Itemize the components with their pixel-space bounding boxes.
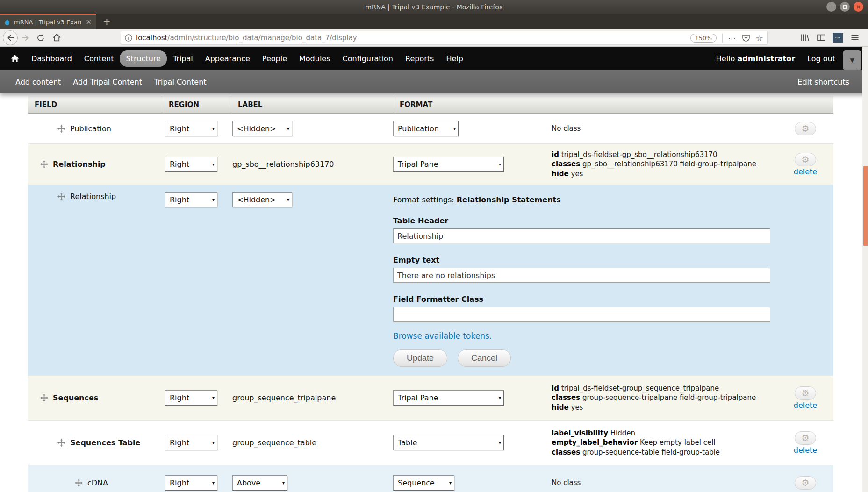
bookmark-star-icon[interactable]: ☆	[756, 33, 763, 43]
chevron-down-icon: ▾	[280, 480, 285, 485]
formatter-class-input[interactable]	[393, 307, 770, 322]
url-host: localhost	[136, 34, 167, 42]
region-select[interactable]: Right▾	[165, 435, 217, 450]
minimize-button[interactable]: –	[826, 2, 836, 12]
empty-text-label: Empty text	[393, 256, 770, 264]
close-window-button[interactable]: ×	[854, 2, 863, 12]
shortcut-tripal-content[interactable]: Tripal Content	[154, 78, 207, 86]
logout-link[interactable]: Log out	[807, 54, 835, 63]
region-select[interactable]: Right▾	[165, 157, 217, 172]
format-settings-button[interactable]: ⚙	[795, 476, 816, 490]
forward-button[interactable]	[22, 34, 30, 42]
format-settings-button[interactable]: ⚙	[795, 153, 816, 166]
column-header-format: FORMAT	[393, 96, 833, 113]
admin-user-area: Hello administrator Log out	[716, 54, 835, 63]
admin-menu-content[interactable]: Content	[78, 50, 120, 67]
formatter-class-label: Field Formatter Class	[393, 295, 770, 304]
shortcut-add-tripal-content[interactable]: Add Tripal Content	[73, 78, 142, 86]
admin-menu-help[interactable]: Help	[440, 50, 469, 67]
machine-name-label: group_sequence_table	[232, 438, 316, 447]
scrollbar-thumb[interactable]	[863, 166, 868, 246]
delete-link[interactable]: delete	[794, 167, 817, 176]
drag-handle-icon[interactable]	[57, 125, 65, 133]
format-summary: No class	[552, 124, 782, 133]
column-header-region: REGION	[162, 96, 231, 113]
admin-home-button[interactable]	[10, 54, 20, 63]
admin-menu-people[interactable]: People	[256, 50, 293, 67]
drag-handle-icon[interactable]	[75, 479, 83, 487]
chevron-down-icon: ▾	[496, 440, 501, 445]
username: administrator	[737, 54, 795, 63]
format-summary: label_visibility Hidden empty_label_beha…	[552, 428, 782, 457]
label-select[interactable]: <Hidden>▾	[232, 192, 292, 207]
home-button[interactable]	[52, 33, 61, 42]
drag-handle-icon[interactable]	[57, 439, 65, 447]
label-select[interactable]: <Hidden>▾	[232, 121, 292, 136]
window-titlebar: mRNA | Tripal v3 Example - Mozilla Firef…	[0, 0, 868, 14]
pocket-icon[interactable]	[742, 34, 750, 42]
delete-link[interactable]: delete	[794, 401, 817, 410]
chevron-down-icon: ▾	[496, 162, 501, 167]
chevron-down-icon: ▾	[496, 395, 501, 400]
hamburger-menu-icon[interactable]	[850, 33, 860, 42]
reload-button[interactable]	[36, 34, 45, 42]
drag-handle-icon[interactable]	[57, 193, 65, 200]
zoom-level-badge[interactable]: 150%	[690, 34, 717, 43]
sidebars-icon[interactable]	[817, 33, 826, 42]
empty-text-input[interactable]	[393, 268, 770, 283]
toolbar-orientation-toggle[interactable]: ▼	[843, 50, 861, 70]
format-summary: No class	[552, 478, 782, 487]
format-select[interactable]: Tripal Pane▾	[393, 157, 504, 172]
format-settings-button[interactable]: ⚙	[795, 386, 816, 400]
url-bar[interactable]: localhost/admin/structure/bio_data/manag…	[121, 31, 768, 45]
format-settings-button[interactable]: ⚙	[795, 122, 816, 135]
format-summary: id tripal_ds-fieldset-group_sequence_tri…	[552, 384, 782, 412]
field-display-table: FIELD REGION LABEL FORMAT Publication Ri…	[28, 96, 833, 492]
admin-home-icon	[10, 54, 20, 63]
update-button[interactable]: Update	[393, 349, 447, 367]
admin-greeting: Hello administrator	[716, 54, 795, 63]
drag-handle-icon[interactable]	[40, 160, 48, 168]
page-actions-icon[interactable]: ⋯	[728, 34, 736, 43]
format-select[interactable]: Sequence▾	[393, 475, 454, 491]
admin-menu-appearance[interactable]: Appearance	[199, 50, 256, 67]
page-scrollbar[interactable]	[862, 47, 868, 492]
label-select[interactable]: Above▾	[232, 475, 287, 491]
format-settings-button[interactable]: ⚙	[795, 431, 816, 445]
format-select[interactable]: Tripal Pane▾	[393, 390, 504, 406]
field-name: Sequences	[53, 393, 98, 402]
gear-icon: ⚙	[801, 389, 809, 398]
admin-menu-modules[interactable]: Modules	[293, 50, 337, 67]
table-header-input[interactable]	[393, 228, 770, 243]
back-button[interactable]	[3, 30, 18, 45]
toolbar-right-icons: ⋯	[800, 33, 860, 43]
delete-link[interactable]: delete	[794, 446, 817, 455]
format-summary: id tripal_ds-fieldset-gp_sbo__relationsh…	[552, 150, 782, 178]
new-tab-button[interactable]: +	[96, 14, 117, 29]
shortcut-add-content[interactable]: Add content	[15, 78, 61, 86]
region-select[interactable]: Right▾	[165, 192, 217, 207]
admin-menu-configuration[interactable]: Configuration	[337, 50, 400, 67]
maximize-button[interactable]	[840, 2, 850, 12]
region-select[interactable]: Right▾	[165, 121, 217, 136]
drag-handle-icon[interactable]	[40, 394, 48, 402]
edit-shortcuts-link[interactable]: Edit shortcuts	[797, 78, 849, 86]
cancel-button[interactable]: Cancel	[458, 349, 511, 367]
tab-close-icon[interactable]: ×	[85, 18, 93, 26]
admin-menu-dashboard[interactable]: Dashboard	[25, 50, 78, 67]
region-select[interactable]: Right▾	[165, 390, 217, 406]
format-select[interactable]: Table▾	[393, 435, 504, 450]
browser-tab[interactable]: mRNA | Tripal v3 Example ×	[0, 14, 96, 29]
extension-menu-icon[interactable]: ⋯	[833, 33, 843, 43]
browse-tokens-link[interactable]: Browse available tokens.	[393, 331, 492, 341]
region-select[interactable]: Right▾	[165, 475, 217, 491]
admin-menu-structure[interactable]: Structure	[120, 50, 166, 67]
greeting-prefix: Hello	[716, 54, 738, 63]
format-select[interactable]: Publication▾	[393, 121, 459, 136]
library-icon[interactable]	[800, 33, 810, 42]
browser-toolbar: localhost/admin/structure/bio_data/manag…	[0, 29, 868, 47]
admin-menu-tripal[interactable]: Tripal	[167, 50, 199, 67]
table-row-publication: Publication Right▾ <Hidden>▾ Publication…	[28, 114, 833, 143]
drupal-favicon	[4, 19, 11, 26]
admin-menu-reports[interactable]: Reports	[399, 50, 440, 67]
